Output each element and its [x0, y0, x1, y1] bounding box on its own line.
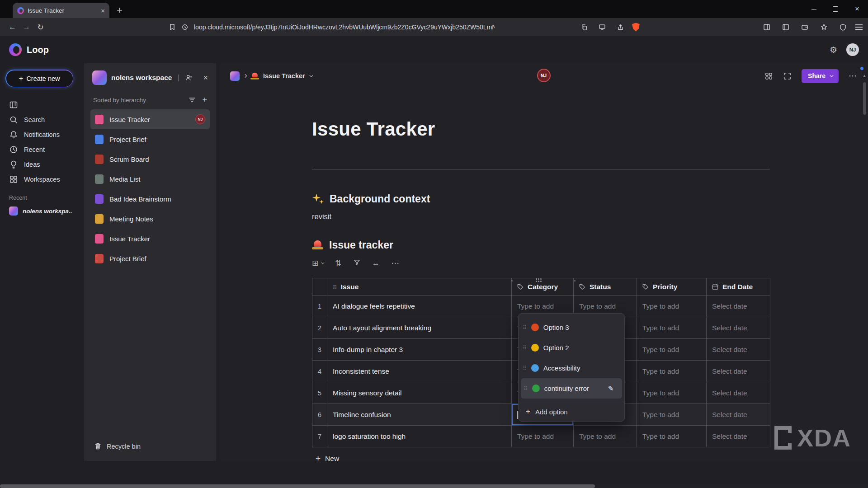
window-close-button[interactable]: ×: [846, 0, 868, 18]
end-date-cell[interactable]: Select date: [707, 382, 770, 404]
bookmark-icon[interactable]: [166, 21, 179, 33]
workspace-avatar[interactable]: [92, 70, 107, 85]
panel-toggle-icon[interactable]: [779, 21, 792, 33]
background-context-body[interactable]: revisit: [312, 212, 770, 221]
priority-cell[interactable]: Type to add: [637, 382, 707, 404]
add-new-row-button[interactable]: + New: [312, 454, 770, 461]
page-item-project-brief[interactable]: Project Brief: [90, 129, 210, 149]
table-filter-button[interactable]: [354, 259, 360, 268]
column-header-status[interactable]: Status: [574, 278, 637, 296]
status-cell[interactable]: Type to add: [574, 426, 637, 447]
page-item-issue-tracker-2[interactable]: Issue Tracker: [90, 229, 210, 249]
create-new-button[interactable]: + Create new: [5, 70, 73, 87]
issue-cell[interactable]: AI dialogue feels repetitive: [327, 296, 512, 317]
drag-handle-icon[interactable]: ⠿: [524, 385, 528, 392]
column-header-category[interactable]: Category: [512, 278, 574, 296]
rewards-icon[interactable]: [817, 21, 830, 33]
share-button[interactable]: Share: [802, 69, 839, 83]
url-text[interactable]: loop.cloud.microsoft/p/eyJ3Ijp7InUiOiJod…: [194, 23, 495, 31]
end-date-cell[interactable]: Select date: [707, 426, 770, 447]
dropdown-option[interactable]: ⠿ Option 2: [519, 338, 624, 358]
scroll-up-arrow[interactable]: ▲: [862, 73, 867, 78]
page-item-scrum-board[interactable]: Scrum Board: [90, 149, 210, 169]
category-cell[interactable]: Type to add: [512, 426, 574, 447]
column-drag-handle-icon[interactable]: [536, 278, 537, 280]
sidebar-item-workspaces[interactable]: Workspaces: [5, 172, 79, 187]
table-sort-button[interactable]: ⇅: [335, 258, 341, 268]
priority-cell[interactable]: Type to add: [637, 317, 707, 339]
wallet-icon[interactable]: [798, 21, 811, 33]
heading-text[interactable]: Background context: [330, 193, 430, 205]
settings-gear-icon[interactable]: ⚙: [830, 45, 837, 55]
add-option-button[interactable]: + Add option: [519, 402, 624, 421]
issue-cell[interactable]: Missing sensory detail: [327, 382, 512, 404]
forward-button[interactable]: →: [19, 20, 33, 34]
new-tab-button[interactable]: +: [117, 5, 123, 15]
sidebar-item-recent[interactable]: Recent: [5, 142, 79, 157]
copy-icon[interactable]: [578, 21, 590, 33]
issue-cell[interactable]: logo saturation too high: [327, 426, 512, 447]
more-options-icon[interactable]: ⋯: [849, 71, 857, 81]
breadcrumb-page-name[interactable]: Issue Tracker: [263, 72, 305, 80]
close-panel-icon[interactable]: ×: [203, 73, 208, 83]
sidebar-item-search[interactable]: Search: [5, 112, 79, 127]
dropdown-option[interactable]: ⠿ Accessibility: [519, 358, 624, 378]
sidebar-item-ideas[interactable]: Ideas: [5, 157, 79, 172]
sidebar-panel-icon[interactable]: [760, 21, 773, 33]
table-more-button[interactable]: ⋯: [392, 258, 399, 268]
filter-icon[interactable]: [189, 96, 196, 103]
share-page-icon[interactable]: [614, 21, 627, 33]
priority-cell[interactable]: Type to add: [637, 296, 707, 317]
issue-cell[interactable]: Auto Layout alignment breaking: [327, 317, 512, 339]
chevron-down-icon[interactable]: [309, 73, 313, 77]
recent-workspace-item[interactable]: nolens workspa...: [5, 205, 79, 217]
window-maximize-button[interactable]: [825, 0, 846, 18]
browser-menu-icon[interactable]: [855, 27, 863, 28]
end-date-cell[interactable]: Select date: [707, 361, 770, 382]
focus-mode-icon[interactable]: [783, 72, 792, 80]
issue-cell[interactable]: Inconsistent tense: [327, 361, 512, 382]
priority-cell[interactable]: Type to add: [637, 361, 707, 382]
drag-handle-icon[interactable]: ⠿: [523, 324, 527, 331]
page-item-bad-idea-brainstorm[interactable]: Bad Idea Brainstorm: [90, 189, 210, 209]
table-view-button[interactable]: ⊞: [312, 258, 323, 268]
dropdown-option-highlighted[interactable]: ⠿ continuity error ✎: [521, 378, 622, 399]
page-item-issue-tracker[interactable]: Issue Tracker NJ: [90, 109, 210, 129]
browser-tab[interactable]: Issue Tracker ×: [13, 3, 109, 18]
edit-option-icon[interactable]: ✎: [604, 382, 618, 395]
end-date-cell[interactable]: Select date: [707, 404, 770, 426]
end-date-cell[interactable]: Select date: [707, 339, 770, 361]
back-button[interactable]: ←: [5, 20, 19, 34]
apps-grid-icon[interactable]: [764, 72, 773, 80]
brave-shield-icon[interactable]: [632, 23, 640, 32]
column-header-priority[interactable]: Priority: [637, 278, 707, 296]
page-item-media-list[interactable]: Media List: [90, 169, 210, 189]
issue-cell[interactable]: Timeline confusion: [327, 404, 512, 426]
priority-cell[interactable]: Type to add: [637, 339, 707, 361]
sidebar-item-notifications[interactable]: Notifications: [5, 127, 79, 142]
end-date-cell[interactable]: Select date: [707, 317, 770, 339]
recycle-bin-button[interactable]: Recycle bin: [90, 438, 210, 455]
site-info-icon[interactable]: [179, 21, 191, 33]
page-item-project-brief-2[interactable]: Project Brief: [90, 249, 210, 268]
add-member-icon[interactable]: [185, 74, 193, 82]
loop-logo[interactable]: [9, 43, 22, 56]
page-item-meeting-notes[interactable]: Meeting Notes: [90, 209, 210, 229]
priority-cell[interactable]: Type to add: [637, 426, 707, 447]
vpn-shield-icon[interactable]: [836, 21, 849, 33]
breadcrumb-workspace-icon[interactable]: [230, 71, 240, 81]
window-minimize-button[interactable]: [803, 0, 825, 18]
column-header-end-date[interactable]: End Date: [707, 278, 770, 296]
page-title[interactable]: Issue Tracker: [312, 118, 770, 140]
drag-handle-icon[interactable]: ⠿: [523, 345, 527, 351]
column-header-issue[interactable]: ≡ Issue: [327, 278, 512, 296]
cast-icon[interactable]: [596, 21, 609, 33]
issue-cell[interactable]: Info-dump in chapter 3: [327, 339, 512, 361]
priority-cell[interactable]: Type to add: [637, 404, 707, 426]
user-avatar[interactable]: NJ: [846, 43, 859, 56]
table-expand-button[interactable]: ↔: [372, 259, 380, 268]
reload-button[interactable]: ↻: [33, 20, 47, 34]
horizontal-scrollbar[interactable]: [0, 484, 595, 488]
collaborator-avatar[interactable]: NJ: [537, 69, 551, 82]
dropdown-option[interactable]: ⠿ Option 3: [519, 317, 624, 338]
